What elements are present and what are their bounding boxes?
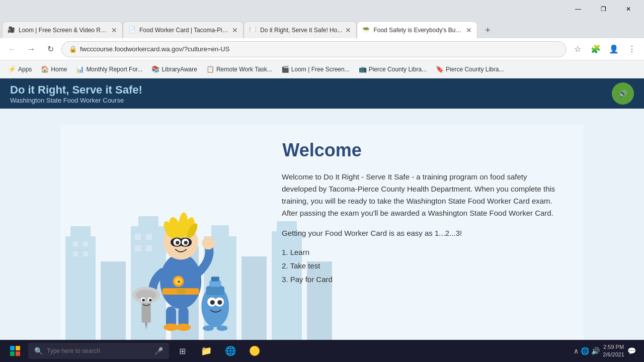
microphone-icon[interactable]: 🎤 [154,347,163,355]
bookmark-pierce2[interactable]: 🔖 Pierce County Libra... [432,63,508,76]
bookmark-pierce1[interactable]: 📺 Pierce County Libra... [355,63,431,76]
profile-button[interactable]: 👤 [606,41,622,57]
tab-label: Food Worker Card | Tacoma-Pie... [139,27,229,34]
tab-favicon: 📄 [128,26,136,34]
bookmark-libraryaware[interactable]: 📚 LibraryAware [147,63,201,76]
svg-rect-45 [209,281,221,287]
edge-icon: 🌐 [225,345,236,356]
mascot-area: ★ [80,171,272,332]
svg-rect-35 [177,289,185,294]
tab-close-icon[interactable]: ✕ [232,26,238,34]
address-bar[interactable]: 🔒 fwcccourse.foodworkercard.wa.gov/?cult… [61,41,567,57]
svg-point-33 [202,237,215,250]
tab-foodsafety[interactable]: 🥗 Food Safety is Everybody's Busin... ✕ [357,21,477,38]
window-controls: — ❒ ✕ [567,2,640,17]
taskbar-clock[interactable]: 2:59 PM 2/6/2021 [603,343,624,359]
main-content-area: Welcome [60,125,584,347]
tab-close-icon[interactable]: ✕ [466,26,472,34]
taskview-button[interactable]: ⊞ [171,342,193,360]
tab-doitright[interactable]: 🍽️ Do it Right, Serve it Safe! Ho... ✕ [244,21,357,38]
svg-point-50 [217,300,222,305]
maximize-button[interactable]: ❒ [592,2,615,17]
tab-bar: 🎥 Loom | Free Screen & Video Rec... ✕ 📄 … [0,18,644,38]
pierce2-icon: 🔖 [436,65,444,73]
remotework-icon: 📋 [206,65,214,73]
steps-list: 1. Learn 2. Take test 3. Pay for Card [282,245,564,286]
apps-icon: ⚡ [8,65,16,73]
svg-text:★: ★ [177,280,181,284]
settings-button[interactable]: ⋮ [624,41,640,57]
bookmark-loom[interactable]: 🎬 Loom | Free Screen... [277,63,354,76]
up-arrow-icon[interactable]: ∧ [574,347,579,355]
tab-favicon: 🥗 [362,26,370,34]
monthly-icon: 📊 [76,65,84,73]
audio-button[interactable]: 🔊 [612,82,634,105]
star-button[interactable]: ☆ [570,41,586,57]
pierce1-icon: 📺 [359,65,367,73]
chrome-icon: 🟡 [249,345,260,356]
bookmark-label: Remote Work Task... [216,66,272,73]
svg-marker-60 [145,323,147,330]
content-row: ★ [80,171,564,332]
tab-label: Loom | Free Screen & Video Rec... [19,27,108,34]
site-header: Do it Right, Serve it Safe! Washington S… [0,78,644,109]
svg-point-39 [176,324,191,331]
svg-rect-14 [73,251,78,256]
step-test: 2. Take test [282,259,564,273]
chrome-button[interactable]: 🟡 [244,342,266,360]
refresh-button[interactable]: ↻ [42,41,58,57]
lock-icon: 🔒 [69,45,77,53]
tab-close-icon[interactable]: ✕ [111,26,117,34]
windows-logo-icon [10,346,20,356]
network-icon[interactable]: 🌐 [581,347,589,355]
welcome-heading: Welcome [80,140,564,161]
address-text: fwcccourse.foodworkercard.wa.gov/?cultur… [80,45,559,53]
notification-icon[interactable]: 💬 [627,347,636,355]
title-bar: — ❒ ✕ [0,0,644,18]
step-pay: 3. Pay for Card [282,273,564,286]
taskbar: 🔍 🎤 ⊞ 📁 🌐 🟡 ∧ [0,340,644,362]
minimize-button[interactable]: — [567,2,590,17]
step-learn: 1. Learn [282,245,564,259]
page-content: Do it Right, Serve it Safe! Washington S… [0,78,644,362]
bookmark-label: Home [51,66,67,73]
edge-button[interactable]: 🌐 [219,342,242,360]
forward-button[interactable]: → [23,41,39,57]
bookmark-label: Pierce County Libra... [369,66,427,73]
nav-bar: ← → ↻ 🔒 fwcccourse.foodworkercard.wa.gov… [0,38,644,60]
home-icon: 🏠 [41,65,49,73]
nav-actions: ☆ 🧩 👤 ⋮ [570,41,640,57]
extensions-button[interactable]: 🧩 [588,41,604,57]
bookmark-label: Pierce County Libra... [446,66,504,73]
svg-rect-46 [211,277,219,281]
tab-loom[interactable]: 🎥 Loom | Free Screen & Video Rec... ✕ [2,21,123,38]
site-title: Do it Right, Serve it Safe! [10,83,142,97]
explorer-button[interactable]: 📁 [195,342,217,360]
svg-point-49 [210,300,215,305]
taskbar-search-box[interactable]: 🔍 🎤 [28,343,169,359]
bookmark-remotework[interactable]: 📋 Remote Work Task... [202,63,276,76]
taskbar-search-input[interactable] [47,347,150,354]
volume-icon[interactable]: 🔊 [591,347,600,355]
bookmark-monthly[interactable]: 📊 Monthly Report For... [72,63,146,76]
svg-point-51 [203,325,214,331]
tab-close-icon[interactable]: ✕ [345,26,351,34]
tab-foodworker[interactable]: 📄 Food Worker Card | Tacoma-Pie... ✕ [123,21,244,38]
welcome-paragraph: Welcome to Do It Right - Serve It Safe -… [282,171,564,219]
start-button[interactable] [4,342,26,360]
bookmark-home[interactable]: 🏠 Home [37,63,71,76]
new-tab-button[interactable]: + [479,22,496,38]
search-icon: 🔍 [34,347,43,355]
back-button[interactable]: ← [4,41,20,57]
close-button[interactable]: ✕ [617,2,640,17]
loom-icon: 🎬 [281,65,289,73]
folder-icon: 📁 [201,345,212,356]
svg-point-32 [184,241,188,244]
svg-rect-12 [73,241,78,246]
bookmark-apps[interactable]: ⚡ Apps [4,63,36,76]
tab-favicon: 🍽️ [249,26,257,34]
taskview-icon: ⊞ [179,346,186,356]
bookmark-label: Loom | Free Screen... [291,66,350,73]
clock-date: 2/6/2021 [603,351,624,358]
svg-rect-64 [16,351,20,356]
